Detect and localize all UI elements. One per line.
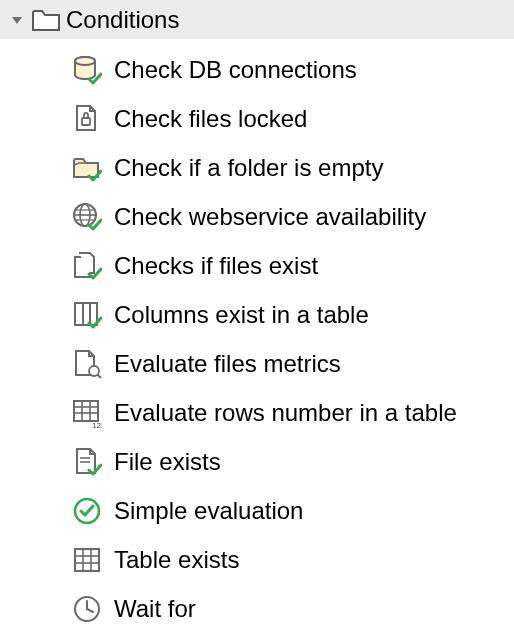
svg-rect-9 <box>75 303 97 325</box>
svg-line-13 <box>98 374 102 378</box>
tree-item-rows-number[interactable]: 123 Evaluate rows number in a table <box>70 388 514 437</box>
tree-item-check-db[interactable]: Check DB connections <box>70 45 514 94</box>
tree-item-label: File exists <box>114 448 221 476</box>
tree-children: Check DB connections Check files locked <box>0 39 514 633</box>
tree-item-label: Table exists <box>114 546 239 574</box>
tree-item-label: Check webservice availability <box>114 203 426 231</box>
tree-item-label: Evaluate files metrics <box>114 350 341 378</box>
tree-item-label: Checks if files exist <box>114 252 318 280</box>
file-lock-icon <box>70 102 104 136</box>
svg-rect-23 <box>75 549 99 571</box>
tree-item-label: Check if a folder is empty <box>114 154 383 182</box>
tree-item-wait-for[interactable]: Wait for <box>70 584 514 633</box>
svg-text:123: 123 <box>92 421 102 428</box>
svg-rect-14 <box>74 401 98 421</box>
tree-item-files-exist[interactable]: Checks if files exist <box>70 241 514 290</box>
db-check-icon <box>70 53 104 87</box>
file-check-icon <box>70 445 104 479</box>
tree-item-webservice[interactable]: Check webservice availability <box>70 192 514 241</box>
category-label: Conditions <box>66 6 179 34</box>
table-icon <box>70 543 104 577</box>
tree-item-label: Simple evaluation <box>114 497 303 525</box>
folder-icon <box>32 6 60 34</box>
tree-item-label: Check files locked <box>114 105 307 133</box>
tree-item-label: Columns exist in a table <box>114 301 369 329</box>
globe-check-icon <box>70 200 104 234</box>
svg-point-2 <box>75 57 95 65</box>
folder-check-icon <box>70 151 104 185</box>
tree-category-header[interactable]: Conditions <box>0 0 514 39</box>
tree-item-label: Wait for <box>114 595 196 623</box>
tree-item-files-locked[interactable]: Check files locked <box>70 94 514 143</box>
file-metrics-icon <box>70 347 104 381</box>
svg-line-30 <box>87 609 93 612</box>
circle-check-icon <box>70 494 104 528</box>
tree-item-table-exists[interactable]: Table exists <box>70 535 514 584</box>
disclosure-triangle-icon[interactable] <box>8 11 26 29</box>
tree-item-columns-exist[interactable]: Columns exist in a table <box>70 290 514 339</box>
columns-check-icon <box>70 298 104 332</box>
table-rows-icon: 123 <box>70 396 104 430</box>
tree-root: Conditions Check DB connections <box>0 0 514 633</box>
tree-item-label: Check DB connections <box>114 56 357 84</box>
tree-item-simple-eval[interactable]: Simple evaluation <box>70 486 514 535</box>
files-check-icon <box>70 249 104 283</box>
svg-marker-0 <box>12 17 22 24</box>
tree-item-label: Evaluate rows number in a table <box>114 399 457 427</box>
clock-icon <box>70 592 104 626</box>
tree-item-file-exists[interactable]: File exists <box>70 437 514 486</box>
tree-item-file-metrics[interactable]: Evaluate files metrics <box>70 339 514 388</box>
tree-item-folder-empty[interactable]: Check if a folder is empty <box>70 143 514 192</box>
